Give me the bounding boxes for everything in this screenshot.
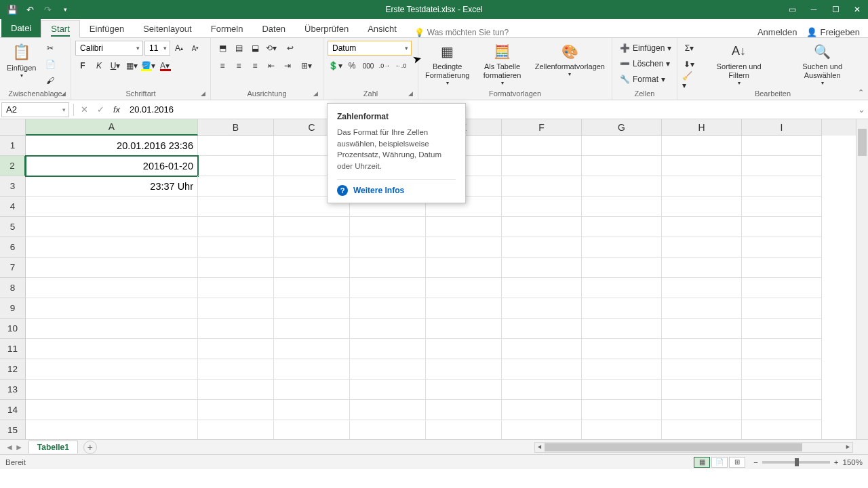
cell[interactable] (26, 237, 198, 258)
save-icon[interactable]: 💾 (5, 3, 19, 16)
cell[interactable] (198, 420, 274, 441)
row-header[interactable]: 10 (0, 319, 26, 339)
cell[interactable] (662, 237, 742, 258)
cell[interactable] (26, 217, 198, 237)
cell[interactable] (502, 176, 582, 197)
cell[interactable] (582, 237, 662, 258)
autosum-button[interactable]: Σ▾ (682, 41, 697, 56)
cell[interactable] (350, 319, 426, 339)
cell[interactable] (26, 278, 198, 298)
cell[interactable] (274, 258, 350, 278)
row-header[interactable]: 2 (0, 156, 26, 176)
cell[interactable] (350, 359, 426, 380)
cell[interactable] (426, 359, 502, 380)
row-header[interactable]: 5 (0, 217, 26, 237)
cell[interactable] (502, 156, 582, 176)
copy-button[interactable]: 📄 (43, 57, 58, 72)
cell[interactable] (502, 237, 582, 258)
font-color-button[interactable]: A▾ (157, 58, 172, 73)
cell[interactable] (426, 258, 502, 278)
cell[interactable] (662, 136, 742, 156)
cell[interactable] (742, 237, 822, 258)
cell[interactable] (742, 197, 822, 217)
cell[interactable] (350, 217, 426, 237)
cell[interactable] (742, 258, 822, 278)
cell[interactable] (350, 400, 426, 420)
cell[interactable] (582, 156, 662, 176)
cell[interactable] (274, 400, 350, 420)
cell[interactable] (742, 217, 822, 237)
cell[interactable] (274, 278, 350, 298)
insert-function-icon[interactable]: fx (109, 104, 124, 115)
tooltip-more-link[interactable]: ? Weitere Infos (337, 179, 456, 196)
cell[interactable] (198, 400, 274, 420)
increase-font-button[interactable]: A▴ (172, 41, 186, 56)
cell[interactable] (662, 217, 742, 237)
row-header[interactable]: 12 (0, 359, 26, 380)
cell[interactable] (26, 197, 198, 217)
column-header[interactable]: G (582, 119, 662, 136)
undo-icon[interactable]: ↶ (23, 3, 37, 16)
sheet-nav-next-icon[interactable]: ► (15, 443, 23, 452)
align-right-button[interactable]: ≡ (248, 58, 262, 73)
tab-file[interactable]: Datei (1, 19, 41, 37)
close-icon[interactable]: ✕ (846, 0, 868, 19)
cell[interactable] (198, 217, 274, 237)
font-launcher-icon[interactable]: ◢ (201, 90, 209, 98)
select-all-button[interactable] (0, 119, 26, 136)
underline-button[interactable]: U▾ (108, 58, 123, 73)
cell[interactable] (26, 319, 198, 339)
cell[interactable] (426, 380, 502, 400)
align-center-button[interactable]: ≡ (231, 58, 246, 73)
sort-filter-button[interactable]: A↓ Sortieren und Filtern▾ (703, 41, 775, 88)
increase-decimal-button[interactable]: .0→ (377, 58, 392, 73)
cell[interactable] (350, 298, 426, 319)
cell[interactable] (582, 258, 662, 278)
borders-button[interactable]: ▦▾ (124, 58, 139, 73)
cell[interactable] (502, 278, 582, 298)
cell[interactable] (26, 258, 198, 278)
find-select-button[interactable]: 🔍 Suchen und Auswählen▾ (781, 41, 864, 88)
cell[interactable] (198, 380, 274, 400)
cell[interactable] (502, 197, 582, 217)
cell[interactable] (742, 400, 822, 420)
font-size-combo[interactable]: 11 (144, 41, 170, 56)
cell[interactable] (426, 420, 502, 441)
wrap-text-button[interactable]: ↩ (280, 41, 300, 56)
cell[interactable] (662, 176, 742, 197)
zoom-in-button[interactable]: + (834, 458, 839, 466)
cell[interactable] (582, 217, 662, 237)
cell[interactable] (742, 319, 822, 339)
qat-customize-icon[interactable]: ▾ (58, 3, 72, 16)
cell-styles-button[interactable]: 🎨 Zellenformatvorlagen▾ (532, 41, 608, 79)
cell[interactable] (582, 298, 662, 319)
cell[interactable] (274, 237, 350, 258)
cell[interactable] (582, 176, 662, 197)
cell[interactable] (350, 237, 426, 258)
row-header[interactable]: 7 (0, 258, 26, 278)
cell[interactable] (274, 298, 350, 319)
cell[interactable] (502, 359, 582, 380)
sheet-nav-prev-icon[interactable]: ◄ (5, 443, 14, 452)
row-header[interactable]: 13 (0, 380, 26, 400)
confirm-formula-icon[interactable]: ✓ (93, 104, 108, 115)
cell[interactable] (742, 278, 822, 298)
cell[interactable] (582, 136, 662, 156)
cell[interactable] (426, 278, 502, 298)
cell[interactable] (582, 339, 662, 359)
decrease-indent-button[interactable]: ⇤ (264, 58, 279, 73)
row-header[interactable]: 1 (0, 136, 26, 156)
tab-view[interactable]: Ansicht (358, 21, 406, 37)
cell[interactable] (426, 319, 502, 339)
align-left-button[interactable]: ≡ (215, 58, 230, 73)
cell[interactable]: 20.01.2016 23:36 (26, 136, 198, 156)
cell[interactable] (198, 258, 274, 278)
cell[interactable] (502, 217, 582, 237)
cell[interactable] (742, 176, 822, 197)
sheet-tab[interactable]: Tabelle1 (28, 441, 78, 453)
signin-link[interactable]: Anmelden (757, 27, 797, 37)
delete-cells-button[interactable]: ➖Löschen▾ (616, 56, 675, 71)
row-header[interactable]: 9 (0, 298, 26, 319)
tab-data[interactable]: Daten (252, 21, 295, 37)
cell[interactable] (662, 156, 742, 176)
